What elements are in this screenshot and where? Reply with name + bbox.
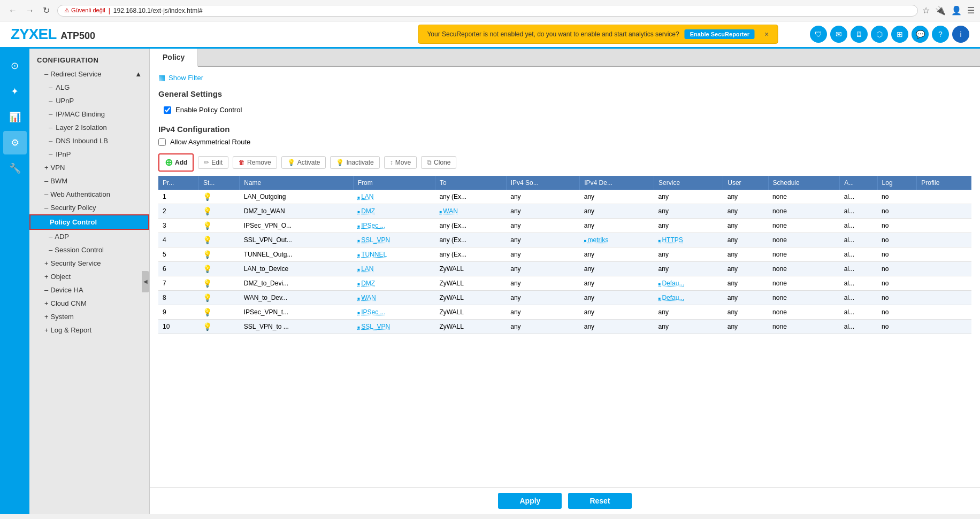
cell-service[interactable]: HTTPS — [654, 233, 723, 247]
table-row[interactable]: 9💡IPSec_VPN_t...IPSec ...ZyWALLanyanyany… — [158, 305, 971, 320]
cell-from[interactable]: TUNNEL — [353, 247, 435, 262]
shield-icon[interactable]: 🛡 — [810, 26, 827, 43]
reset-button[interactable]: Reset — [568, 493, 631, 509]
menu-icon[interactable]: ☰ — [967, 5, 975, 16]
cell-from[interactable]: DMZ — [353, 204, 435, 219]
monitor-icon[interactable]: 🖥 — [851, 26, 868, 43]
cell-from[interactable]: SSL_VPN — [353, 233, 435, 247]
network-icon[interactable]: ⬡ — [871, 26, 888, 43]
cell-user: any — [723, 190, 768, 204]
edit-button[interactable]: ✏ Edit — [198, 156, 228, 169]
email-icon[interactable]: ✉ — [830, 26, 847, 43]
cell-from[interactable]: IPSec ... — [353, 219, 435, 233]
bookmark-icon[interactable]: ☆ — [922, 5, 930, 16]
help-icon[interactable]: ? — [932, 26, 949, 43]
cell-action: al... — [840, 190, 877, 204]
monitor-nav-item[interactable]: 📊 — [3, 105, 27, 129]
sidebar-item-web-auth[interactable]: – Web Authentication — [29, 188, 149, 201]
sidebar-item-ip-mac[interactable]: – IP/MAC Binding — [29, 107, 149, 121]
sidebar-item-vpn[interactable]: + VPN — [29, 161, 149, 174]
cell-ipv4de[interactable]: metriks — [580, 233, 654, 247]
back-button[interactable]: ← — [5, 4, 20, 17]
cell-from[interactable]: SSL_VPN — [353, 320, 435, 334]
sidebar-item-device-ha[interactable]: – Device HA — [29, 283, 149, 297]
table-row[interactable]: 6💡LAN_to_DeviceLANZyWALLanyanyanyanynone… — [158, 262, 971, 276]
sidebar-item-log-report[interactable]: + Log & Report — [29, 323, 149, 337]
sidebar-item-adp[interactable]: – ADP — [29, 230, 149, 243]
cell-status: 💡 — [198, 276, 239, 291]
table-row[interactable]: 5💡TUNNEL_Outg...TUNNELany (Ex...anyanyan… — [158, 247, 971, 262]
table-row[interactable]: 8💡WAN_to_Dev...WANZyWALLanyanyDefau...an… — [158, 291, 971, 305]
inactivate-button[interactable]: 💡 Inactivate — [330, 156, 379, 169]
sidebar-item-object[interactable]: + Object — [29, 270, 149, 283]
allow-asymmetrical-checkbox[interactable] — [158, 138, 166, 146]
maintenance-nav-item[interactable]: 🔧 — [3, 157, 27, 180]
table-row[interactable]: 1💡LAN_OutgoingLANany (Ex...anyanyanyanyn… — [158, 190, 971, 204]
table-row[interactable]: 3💡IPSec_VPN_O...IPSec ...any (Ex...anyan… — [158, 219, 971, 233]
cell-user: any — [723, 262, 768, 276]
cell-service[interactable]: Defau... — [654, 291, 723, 305]
obj-prefix: + — [44, 273, 49, 281]
sidebar-item-layer2[interactable]: – Layer 2 Isolation — [29, 121, 149, 134]
profile-icon[interactable]: 👤 — [951, 5, 962, 16]
wizard-nav-item[interactable]: ✦ — [3, 80, 27, 103]
notification-close-icon[interactable]: × — [764, 30, 769, 38]
sidebar-item-alg[interactable]: – ALG — [29, 81, 149, 94]
activate-button[interactable]: 💡 Activate — [281, 156, 326, 169]
sidebar-item-session-control[interactable]: – Session Control — [29, 243, 149, 257]
cell-from[interactable]: LAN — [353, 262, 435, 276]
forward-button[interactable]: → — [22, 4, 37, 17]
cell-to: any (Ex... — [435, 219, 506, 233]
cell-service[interactable]: Defau... — [654, 276, 723, 291]
sidebar-item-policy-control[interactable]: Policy Control — [29, 214, 149, 230]
tab-policy[interactable]: Policy — [150, 49, 198, 67]
cell-log: no — [877, 276, 917, 291]
header-icons: 🛡 ✉ 🖥 ⬡ ⊞ 💬 ? i — [810, 26, 969, 43]
cell-from[interactable]: IPSec ... — [353, 305, 435, 320]
add-circle-icon: ⊕ — [165, 157, 173, 168]
sidebar-item-security-policy[interactable]: – Security Policy — [29, 201, 149, 214]
apply-button[interactable]: Apply — [498, 493, 562, 509]
remove-button[interactable]: 🗑 Remove — [233, 156, 277, 169]
sidebar-item-ipnp[interactable]: – IPnP — [29, 148, 149, 161]
enable-policy-row[interactable]: Enable Policy Control — [164, 106, 971, 114]
sidebar-item-dns-lb[interactable]: – DNS Inbound LB — [29, 134, 149, 148]
dashboard-nav-item[interactable]: ⊙ — [3, 54, 27, 78]
add-label: Add — [175, 159, 187, 166]
table-row[interactable]: 10💡SSL_VPN_to ...SSL_VPNZyWALLanyanyanya… — [158, 320, 971, 334]
allow-asymmetrical-row[interactable]: Allow Asymmetrical Route — [158, 138, 971, 146]
config-nav-item[interactable]: ⚙ — [3, 131, 27, 154]
table-row[interactable]: 2💡DMZ_to_WANDMZWANanyanyanyanynoneal...n… — [158, 204, 971, 219]
cell-from[interactable]: DMZ — [353, 276, 435, 291]
cell-ipv4so: any — [506, 204, 580, 219]
extension-icon[interactable]: 🔌 — [935, 5, 946, 16]
add-button[interactable]: ⊕ Add — [158, 153, 194, 172]
sidebar-collapse-handle[interactable]: ◀ — [142, 271, 149, 292]
cell-from[interactable]: LAN — [353, 190, 435, 204]
address-bar[interactable]: ⚠ Güvenli değil | 192.168.10.1/ext-js/in… — [57, 5, 918, 17]
enable-secureporter-button[interactable]: Enable SecuReporter — [685, 29, 755, 39]
cell-schedule: none — [768, 219, 840, 233]
sidebar-item-redirect-service[interactable]: – Redirect Service ▲ — [29, 67, 149, 81]
table-row[interactable]: 4💡SSL_VPN_Out...SSL_VPNany (Ex...anymetr… — [158, 233, 971, 247]
show-filter-row[interactable]: ▦ Show Filter — [158, 73, 971, 82]
clone-button[interactable]: ⧉ Clone — [421, 156, 456, 169]
reload-button[interactable]: ↻ — [40, 4, 53, 17]
cell-from[interactable]: WAN — [353, 291, 435, 305]
cell-service: any — [654, 219, 723, 233]
chat-icon[interactable]: 💬 — [912, 26, 929, 43]
cell-to[interactable]: WAN — [435, 204, 506, 219]
table-row[interactable]: 7💡DMZ_to_Devi...DMZZyWALLanyanyDefau...a… — [158, 276, 971, 291]
cell-profile — [917, 190, 971, 204]
move-button[interactable]: ↕ Move — [384, 156, 417, 169]
sidebar-item-bwm[interactable]: – BWM — [29, 174, 149, 188]
sidebar-item-security-service[interactable]: + Security Service — [29, 257, 149, 270]
sidebar-label-sys: System — [51, 313, 74, 321]
info-icon[interactable]: i — [952, 26, 969, 43]
sidebar-item-cloud-cnm[interactable]: + Cloud CNM — [29, 297, 149, 310]
enable-policy-checkbox[interactable] — [164, 106, 171, 114]
topology-icon[interactable]: ⊞ — [891, 26, 908, 43]
sidebar-item-system[interactable]: + System — [29, 310, 149, 323]
sidebar-label-log: Log & Report — [51, 326, 92, 334]
sidebar-item-upnp[interactable]: – UPnP — [29, 94, 149, 107]
